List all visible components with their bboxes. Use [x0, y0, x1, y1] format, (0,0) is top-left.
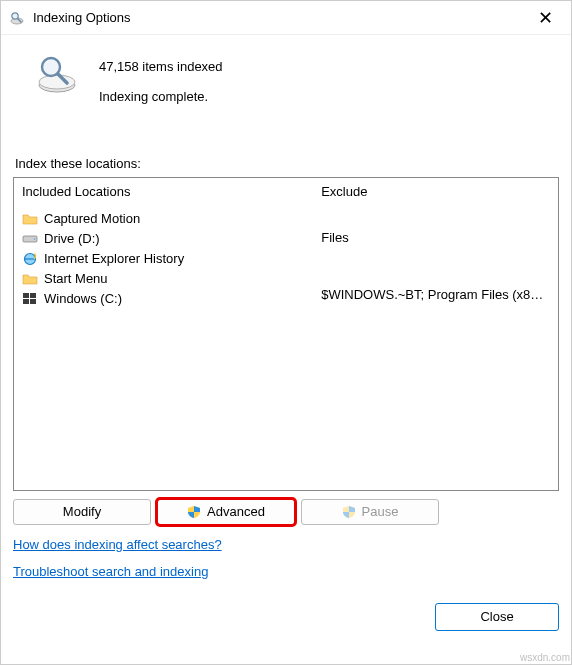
shield-icon [342, 505, 356, 519]
watermark: wsxdn.com [520, 652, 570, 663]
list-item[interactable]: Windows (C:) [22, 289, 305, 309]
windows-icon [22, 291, 38, 307]
button-label: Modify [63, 504, 101, 519]
locations-label: Index these locations: [13, 156, 559, 171]
help-link-how[interactable]: How does indexing affect searches? [13, 537, 222, 552]
list-item-label: Start Menu [44, 271, 108, 286]
indexing-state: Indexing complete. [99, 82, 223, 112]
svg-rect-13 [30, 299, 36, 304]
app-icon [9, 10, 25, 26]
window-title: Indexing Options [33, 10, 131, 25]
pause-button: Pause [301, 499, 439, 525]
svg-point-8 [34, 238, 36, 240]
titlebar: Indexing Options ✕ [1, 1, 571, 35]
action-button-row: Modify Advanced [13, 499, 559, 525]
exclude-value [321, 247, 550, 266]
folder-icon [22, 271, 38, 287]
indexing-options-window: Indexing Options ✕ 47,158 items indexed … [0, 0, 572, 665]
button-label: Pause [362, 504, 399, 519]
folder-icon [22, 211, 38, 227]
close-button[interactable]: Close [435, 603, 559, 631]
list-item-label: Captured Motion [44, 211, 140, 226]
exclude-value [321, 266, 550, 285]
advanced-button[interactable]: Advanced [157, 499, 295, 525]
exclude-value: Files [321, 228, 550, 247]
help-link-troubleshoot[interactable]: Troubleshoot search and indexing [13, 564, 208, 579]
drive-icon [22, 231, 38, 247]
list-item[interactable]: Internet Explorer History [22, 249, 305, 269]
indexed-count: 47,158 items indexed [99, 52, 223, 82]
exclude-header: Exclude [321, 184, 550, 199]
ie-icon [22, 251, 38, 267]
svg-rect-12 [23, 299, 29, 304]
close-icon[interactable]: ✕ [530, 7, 561, 29]
shield-icon [187, 505, 201, 519]
included-header: Included Locations [22, 184, 305, 199]
list-item[interactable]: Start Menu [22, 269, 305, 289]
search-drive-icon [33, 49, 81, 97]
list-item-label: Windows (C:) [44, 291, 122, 306]
svg-rect-10 [23, 293, 29, 298]
list-item[interactable]: Drive (D:) [22, 229, 305, 249]
list-item-label: Internet Explorer History [44, 251, 184, 266]
list-item[interactable]: Captured Motion [22, 209, 305, 229]
modify-button[interactable]: Modify [13, 499, 151, 525]
svg-rect-11 [30, 293, 36, 298]
button-label: Advanced [207, 504, 265, 519]
svg-point-4 [39, 75, 75, 89]
exclude-value [321, 209, 550, 228]
button-label: Close [480, 609, 513, 624]
locations-list: Included Locations Captured Motion Drive… [13, 177, 559, 491]
exclude-value: $WINDOWS.~BT; Program Files (x86); Pr... [321, 285, 550, 304]
status-area: 47,158 items indexed Indexing complete. [13, 49, 559, 112]
list-item-label: Drive (D:) [44, 231, 100, 246]
